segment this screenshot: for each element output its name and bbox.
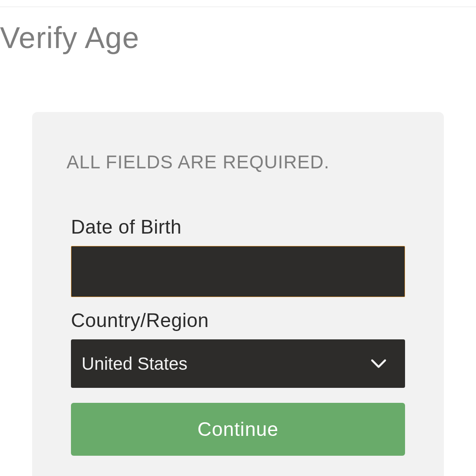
chevron-down-icon: [368, 353, 389, 374]
country-label: Country/Region: [71, 309, 405, 331]
country-field-group: Country/Region United States: [71, 309, 405, 388]
top-divider: [0, 0, 476, 7]
dob-label: Date of Birth: [71, 216, 405, 238]
page-title: Verify Age: [0, 7, 476, 55]
dob-input[interactable]: [71, 246, 405, 297]
continue-button[interactable]: Continue: [71, 403, 405, 456]
verify-age-card: ALL FIELDS ARE REQUIRED. Date of Birth C…: [32, 112, 444, 476]
country-selected-value: United States: [82, 354, 368, 374]
country-select[interactable]: United States: [71, 339, 405, 388]
dob-field-group: Date of Birth: [71, 216, 405, 297]
required-fields-note: ALL FIELDS ARE REQUIRED.: [67, 152, 405, 173]
